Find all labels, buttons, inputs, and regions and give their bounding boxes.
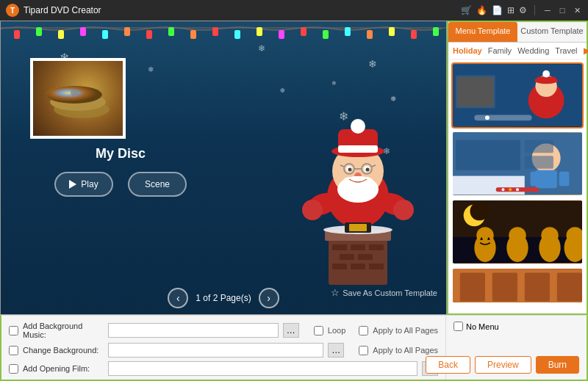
svg-point-94 xyxy=(541,227,558,244)
svg-rect-32 xyxy=(332,264,347,269)
svg-point-82 xyxy=(501,188,504,191)
svg-rect-78 xyxy=(456,140,520,170)
window-controls: 🛒 🔥 📄 ⊞ ⚙ ─ □ ✕ xyxy=(461,5,582,15)
back-button[interactable]: Back xyxy=(426,356,470,374)
toolbar-icon-cart[interactable]: 🛒 xyxy=(461,5,472,15)
svg-rect-17 xyxy=(389,27,395,36)
category-wedding[interactable]: Wedding xyxy=(517,46,549,55)
add-opening-film-row: Add Opening Film: … xyxy=(9,361,438,376)
category-bar: Holiday Family Wedding Travel ▶ xyxy=(448,43,587,59)
svg-rect-75 xyxy=(531,172,541,186)
app-logo: T xyxy=(6,4,19,17)
svg-point-41 xyxy=(302,200,323,220)
lights-bar xyxy=(1,21,446,42)
svg-rect-77 xyxy=(453,176,525,195)
svg-rect-9 xyxy=(212,27,218,36)
svg-point-92 xyxy=(509,227,526,244)
bottom-right-controls: No Menu Back Preview Burn xyxy=(445,316,587,380)
toolbar-icon-fire[interactable]: 🔥 xyxy=(476,5,487,15)
svg-rect-70 xyxy=(474,115,531,120)
bottom-left-controls: Add Background Music: … Loop Apply to Al… xyxy=(1,316,445,380)
template-list xyxy=(448,59,587,313)
play-button[interactable]: Play xyxy=(54,172,113,197)
svg-rect-31 xyxy=(358,254,373,260)
add-background-music-row: Add Background Music: … Loop Apply to Al… xyxy=(9,322,438,339)
svg-rect-101 xyxy=(557,272,582,301)
svg-rect-7 xyxy=(168,27,174,36)
no-menu-row: No Menu xyxy=(453,322,579,331)
svg-rect-33 xyxy=(351,264,365,269)
template-item-2[interactable] xyxy=(451,131,584,197)
background-browse-button[interactable]: … xyxy=(328,343,344,358)
background-music-input[interactable] xyxy=(108,323,279,338)
template-item-1[interactable] xyxy=(451,62,584,128)
add-opening-film-checkbox[interactable] xyxy=(9,364,18,374)
background-music-browse-button[interactable]: … xyxy=(283,323,299,338)
svg-rect-30 xyxy=(340,254,354,260)
burn-button[interactable]: Burn xyxy=(536,356,579,374)
apply-all-pages-music-checkbox[interactable] xyxy=(359,326,368,335)
svg-point-50 xyxy=(348,168,352,172)
svg-rect-18 xyxy=(411,30,417,39)
tab-custom-template[interactable]: Custom Template xyxy=(517,22,587,42)
scene-button[interactable]: Scene xyxy=(128,172,187,197)
svg-rect-99 xyxy=(492,272,517,301)
template-thumb-4 xyxy=(453,269,582,304)
tab-bar: Menu Template Custom Template xyxy=(448,22,587,43)
svg-rect-38 xyxy=(349,224,367,231)
svg-rect-68 xyxy=(537,77,555,83)
svg-rect-79 xyxy=(525,140,553,153)
template-thumb-3 xyxy=(453,200,582,264)
svg-rect-8 xyxy=(190,30,196,39)
category-scroll-right-icon[interactable]: ▶ xyxy=(584,46,589,56)
prev-page-button[interactable]: ‹ xyxy=(168,288,188,308)
title-bar: T Tipard DVD Creator 🛒 🔥 📄 ⊞ ⚙ ─ □ ✕ xyxy=(0,0,588,21)
close-button[interactable]: ✕ xyxy=(572,5,582,15)
svg-rect-15 xyxy=(345,27,351,36)
category-family[interactable]: Family xyxy=(488,46,512,55)
background-input[interactable] xyxy=(108,343,323,358)
toolbar-icon-doc[interactable]: 📄 xyxy=(492,5,503,15)
preview-area: ❄ ❄ ❄ ❄ ❄ ❅ ❄ ❄ ❆ ❄ ❅ ❄ xyxy=(0,21,447,315)
add-background-music-label: Add Background Music: xyxy=(23,322,104,339)
opening-film-input[interactable] xyxy=(108,361,417,376)
right-panel: Menu Template Custom Template Holiday Fa… xyxy=(447,21,588,315)
template-item-4[interactable] xyxy=(451,267,584,304)
category-holiday[interactable]: Holiday xyxy=(453,46,482,55)
maximize-button[interactable]: □ xyxy=(557,5,567,15)
disc-stack-svg xyxy=(41,65,115,131)
svg-rect-1 xyxy=(36,27,42,36)
svg-point-83 xyxy=(509,188,512,191)
add-background-music-checkbox[interactable] xyxy=(9,326,18,335)
action-buttons-row: Back Preview Burn xyxy=(453,356,579,374)
svg-rect-34 xyxy=(369,264,384,269)
svg-rect-14 xyxy=(323,30,329,39)
change-background-checkbox[interactable] xyxy=(9,346,18,355)
no-menu-checkbox[interactable] xyxy=(453,322,463,331)
save-template-button[interactable]: ☆ Save As Custom Template xyxy=(331,287,437,298)
svg-point-84 xyxy=(516,188,519,191)
loop-label: Loop xyxy=(328,326,345,335)
apply-all-pages-bg-checkbox[interactable] xyxy=(359,346,368,355)
toolbar-icon-settings[interactable]: ⚙ xyxy=(519,5,527,15)
action-buttons: Play Scene xyxy=(1,172,240,197)
svg-rect-29 xyxy=(369,244,384,250)
next-page-button[interactable]: › xyxy=(259,288,279,308)
apply-all-pages-music-label: Apply to All Pages xyxy=(373,326,438,335)
preview-button[interactable]: Preview xyxy=(475,356,531,374)
svg-rect-4 xyxy=(102,30,108,39)
add-opening-film-label: Add Opening Film: xyxy=(23,364,104,373)
loop-checkbox[interactable] xyxy=(314,326,323,335)
minimize-button[interactable]: ─ xyxy=(542,5,553,15)
toolbar-icon-grid[interactable]: ⊞ xyxy=(507,5,514,15)
no-menu-label: No Menu xyxy=(466,322,499,331)
svg-rect-16 xyxy=(367,30,373,39)
svg-point-69 xyxy=(542,70,550,78)
svg-rect-11 xyxy=(257,27,262,36)
svg-rect-6 xyxy=(146,30,152,39)
svg-rect-28 xyxy=(351,244,365,250)
category-travel[interactable]: Travel xyxy=(555,46,577,55)
change-background-row: Change Background: … Apply to All Pages xyxy=(9,343,438,358)
tab-menu-template[interactable]: Menu Template xyxy=(448,22,517,42)
template-item-3[interactable] xyxy=(451,199,584,265)
